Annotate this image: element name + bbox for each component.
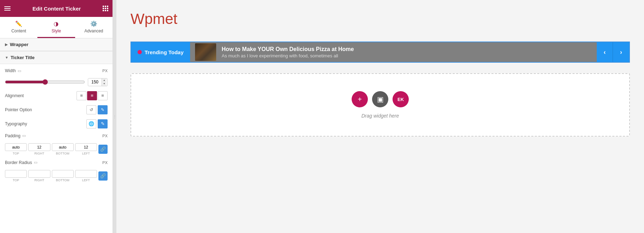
pointer-option-label: Pointer Option xyxy=(5,107,32,112)
ek-btn[interactable]: EK xyxy=(393,91,409,107)
page-title: Wpmet xyxy=(130,11,630,27)
border-radius-link-icon[interactable]: 🔗 xyxy=(98,171,108,181)
width-spin: ▲ ▼ xyxy=(102,78,107,86)
menu-icon[interactable] xyxy=(4,6,11,11)
padding-unit[interactable]: PX xyxy=(102,134,108,138)
border-radius-label: Border Radius xyxy=(5,160,32,165)
folder-btn[interactable]: ▣ xyxy=(372,91,388,107)
drop-zone-actions: + ▣ EK xyxy=(352,91,409,107)
typography-row: Typography 🌐 ✎ xyxy=(5,119,108,128)
ticker-image-inner xyxy=(195,43,216,61)
padding-left-input[interactable] xyxy=(75,143,97,151)
pointer-option-buttons: ↺ ✎ xyxy=(86,105,108,114)
tab-advanced-label: Advanced xyxy=(84,29,103,33)
add-widget-btn[interactable]: + xyxy=(352,91,368,107)
ticker-next-btn[interactable]: › xyxy=(613,42,629,62)
padding-top-label: TOP xyxy=(13,152,19,155)
border-radius-bottom-label: BOTTOM xyxy=(56,178,69,182)
padding-bottom-input[interactable] xyxy=(52,143,74,151)
ticker-label-text: Trending Today xyxy=(145,49,184,55)
sidebar-title: Edit Content Ticker xyxy=(32,6,81,12)
style-tab-icon: ◑ xyxy=(54,20,59,27)
ticker-label: Trending Today xyxy=(131,42,190,62)
wrapper-section-header[interactable]: ▶ Wrapper xyxy=(0,38,113,51)
tab-style[interactable]: ◑ Style xyxy=(37,17,75,38)
padding-bottom-cell: BOTTOM xyxy=(52,143,74,155)
border-radius-bottom-input[interactable] xyxy=(52,170,74,178)
border-radius-right-cell: RIGHT xyxy=(28,170,50,182)
padding-top-input[interactable] xyxy=(5,143,27,151)
content-tab-icon: ✏️ xyxy=(15,20,22,27)
width-label: Width xyxy=(5,68,16,73)
width-spin-up[interactable]: ▲ xyxy=(102,78,107,82)
padding-top-cell: TOP xyxy=(5,143,27,155)
sidebar-tabs: ✏️ Content ◑ Style ⚙️ Advanced xyxy=(0,17,113,38)
width-unit[interactable]: PX xyxy=(102,69,108,73)
main-content: Wpmet Trending Today How to Make YOUR Ow… xyxy=(116,0,644,233)
padding-inputs-row: TOP RIGHT BOTTOM LEFT 🔗 xyxy=(5,143,108,155)
align-left-btn[interactable]: ≡ xyxy=(77,91,86,100)
border-radius-bottom-cell: BOTTOM xyxy=(52,170,74,182)
ticker-dot xyxy=(138,50,142,54)
sidebar-header: Edit Content Ticker xyxy=(0,0,113,17)
pointer-reset-btn[interactable]: ↺ xyxy=(86,105,96,114)
pointer-edit-btn[interactable]: ✎ xyxy=(98,105,108,114)
border-radius-unit[interactable]: PX xyxy=(102,160,108,165)
drop-zone: + ▣ EK Drag widget here xyxy=(130,73,630,137)
border-radius-top-cell: TOP xyxy=(5,170,27,182)
ticker-subline: As much as I love experimenting with foo… xyxy=(222,53,354,58)
typography-edit-btn[interactable]: ✎ xyxy=(98,119,108,128)
padding-left-label: LEFT xyxy=(82,152,90,155)
padding-right-input[interactable] xyxy=(28,143,50,151)
width-responsive-icon: ▭ xyxy=(18,69,21,73)
border-radius-label-row: Border Radius ▭ PX xyxy=(5,160,108,165)
sidebar: Edit Content Ticker ✏️ Content ◑ Style ⚙… xyxy=(0,0,113,233)
padding-right-cell: RIGHT xyxy=(28,143,50,155)
border-radius-label-group: Border Radius ▭ xyxy=(5,160,37,165)
border-radius-right-label: RIGHT xyxy=(34,178,44,182)
width-slider-row: ▲ ▼ xyxy=(5,78,108,86)
width-label-group: Width ▭ xyxy=(5,68,21,73)
width-slider[interactable] xyxy=(5,79,85,85)
wrapper-label: Wrapper xyxy=(10,42,29,47)
border-radius-left-input[interactable] xyxy=(75,170,97,178)
wrapper-chevron: ▶ xyxy=(5,43,8,46)
tab-content[interactable]: ✏️ Content xyxy=(0,17,37,38)
alignment-buttons: ≡ ≡ ≡ xyxy=(77,91,108,100)
align-center-btn[interactable]: ≡ xyxy=(87,91,97,100)
ticker-title-label: Ticker Title xyxy=(11,55,35,60)
padding-link-icon[interactable]: 🔗 xyxy=(98,145,108,154)
ticker-nav: ‹ › xyxy=(597,42,629,62)
typography-global-btn[interactable]: 🌐 xyxy=(86,119,96,128)
width-spin-down[interactable]: ▼ xyxy=(102,82,107,86)
ticker-content: How to Make YOUR Own Delicious Pizza at … xyxy=(190,42,597,62)
border-radius-inputs-row: TOP RIGHT BOTTOM LEFT 🔗 xyxy=(5,170,108,182)
padding-left-cell: LEFT xyxy=(75,143,97,155)
tab-content-label: Content xyxy=(11,29,26,33)
tab-advanced[interactable]: ⚙️ Advanced xyxy=(75,17,113,38)
ticker-title-body: Width ▭ PX ▲ ▼ Alignment xyxy=(0,64,113,186)
alignment-row: Alignment ≡ ≡ ≡ xyxy=(5,91,108,100)
resize-handle[interactable]: ⋮ xyxy=(113,0,116,233)
border-radius-top-input[interactable] xyxy=(5,170,27,178)
ticker-widget: Trending Today How to Make YOUR Own Deli… xyxy=(130,42,630,63)
drop-zone-text: Drag widget here xyxy=(362,113,399,119)
ticker-prev-btn[interactable]: ‹ xyxy=(597,42,613,62)
border-radius-right-input[interactable] xyxy=(28,170,50,178)
pointer-option-row: Pointer Option ↺ ✎ xyxy=(5,105,108,114)
width-value-input[interactable] xyxy=(88,78,102,86)
ticker-image xyxy=(195,43,216,61)
alignment-label: Alignment xyxy=(5,93,24,98)
padding-label-group: Padding ▭ xyxy=(5,133,26,138)
grid-icon[interactable] xyxy=(103,6,108,11)
border-radius-top-label: TOP xyxy=(13,178,19,182)
sidebar-content: ▶ Wrapper ▼ Ticker Title Width ▭ PX xyxy=(0,38,113,233)
width-number-input: ▲ ▼ xyxy=(88,78,108,86)
padding-right-label: RIGHT xyxy=(34,152,44,155)
align-right-btn[interactable]: ≡ xyxy=(98,91,108,100)
ticker-title-section-header[interactable]: ▼ Ticker Title xyxy=(0,51,113,64)
typography-buttons: 🌐 ✎ xyxy=(86,119,108,128)
padding-bottom-label: BOTTOM xyxy=(56,152,69,155)
padding-responsive-icon: ▭ xyxy=(22,133,26,138)
border-radius-responsive-icon: ▭ xyxy=(34,160,37,165)
